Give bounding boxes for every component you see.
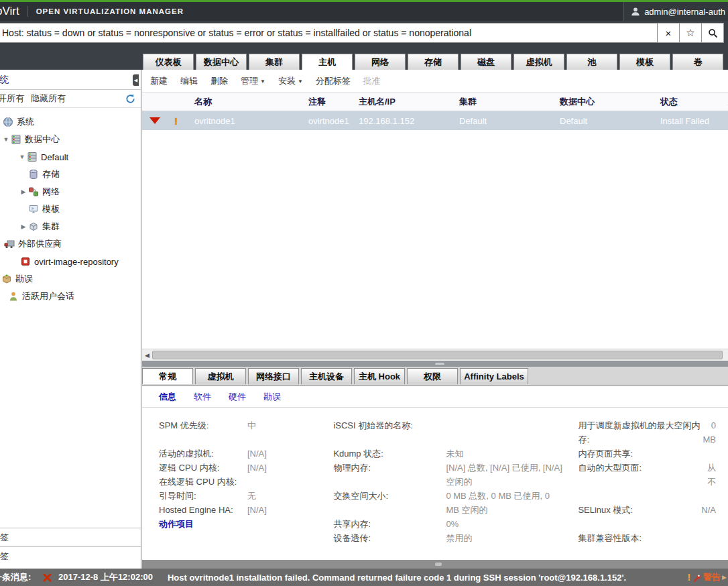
tree-item-globe[interactable]: 系统 xyxy=(0,113,141,131)
tree-item-user-session[interactable]: 活跃用户会话 xyxy=(0,288,141,305)
main-tab[interactable]: 集群 xyxy=(249,54,300,70)
main-tab[interactable]: 主机 xyxy=(302,54,353,70)
grid-column-header[interactable]: 主机名/IP xyxy=(356,96,457,108)
tree-item-datacenter[interactable]: ▼Default xyxy=(0,148,141,166)
grid-column-label: 主机名/IP xyxy=(359,97,396,107)
system-tree: 系统▼数据中心▼Default存储▶网络模板▶集群外部供应商ovirt-imag… xyxy=(0,108,141,305)
main-tab[interactable]: 池 xyxy=(566,54,617,70)
field-label: 引导时间: xyxy=(159,489,247,503)
tree-item-datacenter[interactable]: ▼数据中心 xyxy=(0,131,141,148)
main-tab[interactable]: 网络 xyxy=(355,54,406,70)
toolbar-button[interactable]: 新建 xyxy=(150,75,168,87)
grid-column-header[interactable]: 数据中心 xyxy=(557,96,658,108)
scrollbar-thumb[interactable] xyxy=(152,351,723,359)
field-label: 集群兼容性版本: xyxy=(578,531,700,545)
expand-all-link[interactable]: 展开所有 xyxy=(0,93,24,105)
alerts-expand-icon[interactable]: ▶ xyxy=(722,574,727,581)
alerts-button[interactable]: ! 警告 xyxy=(687,571,721,583)
detail-tab[interactable]: 常规 xyxy=(142,368,193,384)
detail-tab[interactable]: 网络接口 xyxy=(248,368,299,384)
detail-subtab[interactable]: 信息 xyxy=(159,391,176,403)
main-tab-bar: 仪表板数据中心集群主机网络存储磁盘虚拟机池模板卷 xyxy=(143,54,728,70)
detail-tab[interactable]: 主机 Hook xyxy=(354,368,405,384)
detail-tab[interactable]: 权限 xyxy=(407,368,458,384)
user-menu[interactable]: admin@internal-auth xyxy=(623,2,728,21)
main-tab[interactable]: 仪表板 xyxy=(143,54,194,70)
main-tab[interactable]: 存储 xyxy=(408,54,459,70)
general-subtabs: 信息软件硬件勘误 xyxy=(142,386,728,408)
tree-item-label: 系统 xyxy=(17,116,34,128)
tags-panel-header[interactable]: 标签 xyxy=(0,546,141,565)
host-row[interactable]: !ovritnode1ovirtnode1192.168.1.152Defaul… xyxy=(142,111,728,130)
tree-item-label: 勘误 xyxy=(15,273,33,285)
product-title: OPEN VIRTUALIZATION MANAGER xyxy=(36,7,184,15)
main-tab[interactable]: 虚拟机 xyxy=(513,54,564,70)
host-down-triangle-icon xyxy=(149,117,160,124)
refresh-icon[interactable] xyxy=(125,94,135,104)
toolbar-button[interactable]: 安装▼ xyxy=(278,75,303,87)
search-input[interactable] xyxy=(0,23,658,43)
panel-splitter[interactable] xyxy=(142,361,728,367)
field-value: 中 xyxy=(247,418,314,432)
tree-item-errata[interactable]: 勘误 xyxy=(0,270,141,288)
hosts-main-area: 新建编辑删除管理▼安装▼分配标签批准 名称注释主机名/IP集群数据中心状态虚拟机… xyxy=(142,70,728,349)
ovirt-webadmin-window: oVirt OPEN VIRTUALIZATION MANAGER admin@… xyxy=(0,0,728,586)
detail-field: 逻辑 CPU 内核:[N/A] xyxy=(159,461,314,475)
detail-subtab[interactable]: 硬件 xyxy=(229,391,246,403)
field-value xyxy=(247,517,314,531)
chevron-right-icon[interactable]: ▶ xyxy=(19,223,28,230)
user-name: admin@internal-auth xyxy=(644,7,725,17)
tree-item-provider[interactable]: 外部供应商 xyxy=(0,235,141,253)
tree-item-cluster[interactable]: ▶集群 xyxy=(0,218,141,235)
hosts-toolbar: 新建编辑删除管理▼安装▼分配标签批准 xyxy=(142,70,728,93)
detail-content: 信息软件硬件勘误 SPM 优先级:中活动的虚拟机:[N/A]逻辑 CPU 内核:… xyxy=(142,386,728,569)
main-tab[interactable]: 磁盘 xyxy=(461,54,511,70)
main-tab[interactable]: 卷 xyxy=(672,54,723,70)
search-button[interactable] xyxy=(702,23,724,43)
detail-field: iSCSI 初始器的名称: xyxy=(333,418,563,432)
search-bar: × ☆ xyxy=(0,22,728,44)
detail-tab[interactable]: Affinity Labels xyxy=(460,368,528,384)
grid-column-label: 状态 xyxy=(660,97,678,107)
grid-column-header[interactable]: 注释 xyxy=(306,96,356,108)
clear-search-button[interactable]: × xyxy=(658,23,680,43)
field-value xyxy=(446,418,563,432)
toolbar-button[interactable]: 管理▼ xyxy=(241,75,265,87)
alerts-label: 警告 xyxy=(703,571,721,583)
grid-column-header[interactable]: 名称 xyxy=(192,96,306,108)
grid-column-header[interactable]: 状态 xyxy=(658,96,725,108)
detail-tab[interactable]: 主机设备 xyxy=(301,368,352,384)
detail-tab[interactable]: 虚拟机 xyxy=(195,368,246,384)
detail-field: 集群兼容性版本: xyxy=(578,531,716,545)
scroll-left-arrow-icon[interactable]: ◀ xyxy=(142,352,152,359)
field-value: 0 MB xyxy=(700,418,716,447)
collapse-panel-button[interactable]: ◀ xyxy=(133,74,139,86)
chevron-down-icon: ▼ xyxy=(298,78,303,84)
detail-subtab[interactable]: 勘误 xyxy=(263,391,281,403)
tree-item-network[interactable]: ▶网络 xyxy=(0,183,141,200)
main-tab[interactable]: 模板 xyxy=(619,54,670,70)
bookmarks-panel-header[interactable]: 书签 xyxy=(0,528,141,546)
tree-item-repository[interactable]: ovirt-image-repository xyxy=(0,253,141,270)
grid-horizontal-scrollbar[interactable]: ◀ xyxy=(142,349,728,361)
chevron-down-icon[interactable]: ▼ xyxy=(1,136,11,143)
chevron-down-icon[interactable]: ▼ xyxy=(17,154,27,160)
tree-item-storage[interactable]: 存储 xyxy=(0,166,141,183)
field-label: Hosted Engine HA: xyxy=(159,503,247,517)
main-tab[interactable]: 数据中心 xyxy=(196,54,247,70)
panel-label: 书签 xyxy=(0,532,9,544)
collapse-all-link[interactable]: 隐藏所有 xyxy=(31,93,66,105)
tree-item-template[interactable]: 模板 xyxy=(0,200,141,218)
tree-item-label: Default xyxy=(41,152,68,162)
detail-horizontal-scrollbar[interactable] xyxy=(142,560,728,569)
toolbar-button[interactable]: 分配标签 xyxy=(316,75,351,87)
grid-column-header[interactable]: 集群 xyxy=(457,96,557,108)
grid-column-header[interactable]: 虚拟机 xyxy=(725,96,728,108)
field-value: N/A xyxy=(700,503,716,517)
detail-subtab[interactable]: 软件 xyxy=(194,391,211,403)
detail-tab-bar: 常规虚拟机网络接口主机设备主机 Hook权限Affinity Labels xyxy=(142,367,728,384)
toolbar-button[interactable]: 删除 xyxy=(210,75,228,87)
chevron-right-icon[interactable]: ▶ xyxy=(19,188,28,195)
bookmark-search-button[interactable]: ☆ xyxy=(680,23,702,43)
toolbar-button[interactable]: 编辑 xyxy=(180,75,198,87)
